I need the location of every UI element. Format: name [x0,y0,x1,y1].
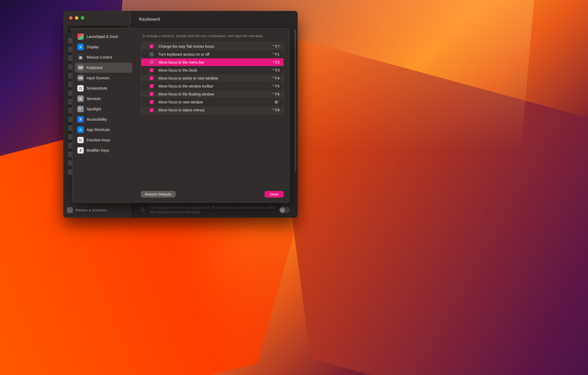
screenshots-icon: ⊡ [77,85,84,91]
shortcut-list: Change the way Tab moves focus⌃F7Turn ke… [141,42,284,114]
dictation-toggle[interactable] [279,207,290,213]
category-label: Input Sources [87,76,109,80]
appshort-icon: A [77,127,84,133]
shortcut-key[interactable]: ⌃F8 [272,108,280,112]
shortcut-key[interactable]: ⌃F4 [272,76,280,80]
category-label: App Shortcuts [87,128,110,132]
shortcut-label: Move focus to status menus [158,108,272,112]
shortcut-row[interactable]: Move focus to the menu bar⌃F2 [141,58,283,66]
category-label: Launchpad & Dock [87,34,118,39]
page-title: Keyboard [132,11,298,25]
category-item-fn[interactable]: fnFunction Keys [75,135,132,145]
shortcut-key[interactable]: ⌘` [274,100,280,104]
shortcut-key[interactable]: ⌃F3 [272,68,280,72]
dictation-row: Use Dictation wherever you can type text… [139,206,290,215]
instruction-text: To change a shortcut, double-click the k… [141,34,284,38]
category-item-keyboard[interactable]: ⌨Keyboard [75,63,132,73]
category-label: Screenshots [87,86,107,90]
shortcut-checkbox[interactable] [150,52,154,56]
shortcut-checkbox[interactable] [150,108,154,112]
shortcut-checkbox[interactable] [150,44,154,48]
shortcut-row[interactable]: Move focus to the floating window⌃F6 [141,90,283,98]
category-label: Services [87,97,101,101]
keyboard-shortcuts-sheet: Launchpad & Dock☀Display▦Mission Control… [72,28,290,203]
category-label: Display [87,45,99,49]
minimize-window-button[interactable] [75,16,78,20]
category-item-mission[interactable]: ▦Mission Control [75,52,132,62]
category-item-accessibility[interactable]: ♿Accessibility [75,114,132,124]
shortcut-label: Change the way Tab moves focus [158,44,272,49]
category-item-screenshots[interactable]: ⊡Screenshots [75,83,132,93]
printer-icon [67,207,73,213]
shortcut-key[interactable]: ⌃F6 [272,92,280,96]
category-item-launchpad[interactable]: Launchpad & Dock [75,32,132,42]
shortcut-checkbox[interactable] [150,60,154,64]
shortcut-row[interactable]: Turn keyboard access on or off⌃F1 [141,50,283,58]
category-item-services[interactable]: ⚙Services [75,94,132,104]
shortcut-checkbox[interactable] [150,100,154,104]
shortcut-label: Move focus to active or next window [158,76,272,80]
shortcut-checkbox[interactable] [150,76,154,80]
shortcut-category-list: Launchpad & Dock☀Display▦Mission Control… [72,28,135,202]
restore-defaults-button[interactable]: Restore Defaults [141,191,176,198]
zoom-window-button[interactable] [81,16,84,20]
category-label: Function Keys [87,138,110,142]
shortcut-checkbox[interactable] [150,84,154,88]
shortcut-checkbox[interactable] [150,68,154,72]
launchpad-icon [77,33,84,40]
category-label: Accessibility [87,117,107,121]
category-item-modifier[interactable]: ⬆Modifier Keys [75,145,132,155]
shortcut-key[interactable]: ⌃F5 [272,84,280,88]
category-item-appshort[interactable]: AApp Shortcuts [75,125,132,135]
category-label: Keyboard [87,66,103,70]
category-item-spotlight[interactable]: 🔍Spotlight [75,104,132,114]
shortcut-row[interactable]: Move focus to next window⌘` [141,98,283,106]
mission-icon: ▦ [77,54,84,60]
shortcut-key[interactable]: ⌃F1 [272,52,280,56]
scrollbar[interactable] [295,29,296,173]
modifier-icon: ⬆ [77,147,84,154]
done-button[interactable]: Done [265,191,284,198]
shortcut-checkbox[interactable] [150,92,154,96]
category-item-input[interactable]: ⌨Input Sources [75,73,132,83]
shortcut-key[interactable]: ⌃F2 [272,60,280,64]
sidebar-item-label: Printers & Scanners [75,208,107,212]
accessibility-icon: ♿ [77,116,84,123]
category-label: Mission Control [87,55,112,59]
keyboard-icon: ⌨ [77,64,84,71]
shortcut-row[interactable]: Move focus to the Dock⌃F3 [141,66,283,74]
category-label: Spotlight [87,107,101,111]
spotlight-icon: 🔍 [77,106,84,112]
shortcut-label: Move focus to the Dock [158,68,272,72]
shortcut-label: Move focus to next window [158,100,274,104]
shortcut-row[interactable]: Move focus to active or next window⌃F4 [141,74,283,82]
microphone-icon [139,206,146,214]
shortcut-key[interactable]: ⌃F7 [272,44,280,49]
services-icon: ⚙ [77,95,84,102]
shortcut-label: Move focus to the window toolbar [158,84,272,88]
shortcut-row[interactable]: Move focus to status menus⌃F8 [141,106,283,114]
sidebar-item-printers[interactable]: Printers & Scanners [67,207,107,213]
input-icon: ⌨ [77,75,84,81]
shortcut-label: Move focus to the floating window [158,92,272,96]
fn-icon: fn [77,137,84,143]
shortcut-row[interactable]: Move focus to the window toolbar⌃F5 [141,82,283,90]
dictation-hint-text: Use Dictation wherever you can type text… [150,206,275,215]
category-label: Modifier Keys [87,148,109,152]
shortcut-row[interactable]: Change the way Tab moves focus⌃F7 [141,42,283,50]
close-window-button[interactable] [69,16,73,20]
window-controls [69,16,84,20]
display-icon: ☀ [77,44,84,50]
category-item-display[interactable]: ☀Display [75,42,132,52]
shortcut-label: Move focus to the menu bar [158,60,272,64]
shortcut-label: Turn keyboard access on or off [158,52,272,56]
